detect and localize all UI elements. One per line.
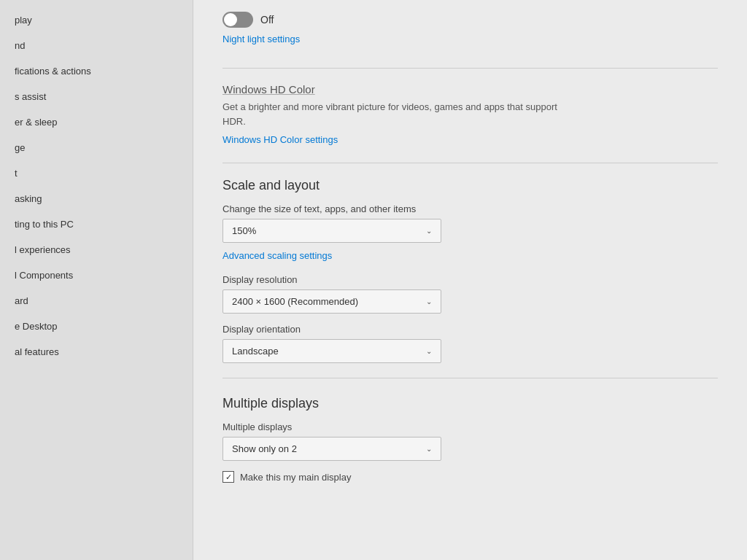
orientation-dropdown[interactable]: Landscape ⌄ <box>222 339 441 363</box>
sidebar-item-shared-experiences[interactable]: l experiences <box>0 237 193 262</box>
multiple-displays-chevron-icon: ⌄ <box>426 445 432 453</box>
sidebar-item-clipboard[interactable]: l Components <box>0 262 193 288</box>
scale-dropdown[interactable]: 150% ⌄ <box>222 219 441 243</box>
main-display-row: Make this my main display <box>222 471 718 483</box>
night-light-settings-link[interactable]: Night light settings <box>222 34 300 44</box>
multiple-displays-value: Show only on 2 <box>232 443 297 454</box>
resolution-label: Display resolution <box>222 274 718 285</box>
divider-3 <box>222 378 718 378</box>
sidebar-item-display[interactable]: play <box>0 7 193 33</box>
scale-layout-section: Scale and layout Change the size of text… <box>222 178 718 363</box>
main-display-checkbox[interactable] <box>222 471 234 483</box>
divider-1 <box>222 68 718 69</box>
sidebar-item-notifications[interactable]: fications & actions <box>0 58 193 84</box>
sidebar-item-projecting[interactable]: ting to this PC <box>0 211 193 237</box>
multiple-displays-heading: Multiple displays <box>222 396 718 411</box>
scale-value: 150% <box>232 225 256 236</box>
advanced-scaling-link[interactable]: Advanced scaling settings <box>222 250 332 261</box>
multiple-displays-dropdown[interactable]: Show only on 2 ⌄ <box>222 437 441 461</box>
sidebar-item-tablet[interactable]: t <box>0 160 193 186</box>
sidebar-item-power-sleep[interactable]: er & sleep <box>0 109 193 135</box>
hd-color-settings-link[interactable]: Windows HD Color settings <box>222 134 338 145</box>
multiple-displays-label: Multiple displays <box>222 421 718 432</box>
main-display-label: Make this my main display <box>240 472 351 483</box>
orientation-chevron-icon: ⌄ <box>426 347 432 355</box>
hd-color-description: Get a brighter and more vibrant picture … <box>222 100 573 128</box>
divider-2 <box>222 163 718 163</box>
main-content: Off Night light settings Windows HD Colo… <box>193 0 747 560</box>
change-size-label: Change the size of text, apps, and other… <box>222 203 718 214</box>
hd-color-section: Windows HD Color Get a brighter and more… <box>222 83 718 148</box>
hd-color-title: Windows HD Color <box>222 83 718 96</box>
resolution-chevron-icon: ⌄ <box>426 298 432 306</box>
scale-layout-heading: Scale and layout <box>222 178 718 193</box>
sidebar: play nd fications & actions s assist er … <box>0 0 193 560</box>
night-light-toggle[interactable] <box>222 12 253 28</box>
sidebar-item-sound[interactable]: nd <box>0 33 193 58</box>
sidebar-item-about[interactable]: al features <box>0 339 193 365</box>
sidebar-item-remote[interactable]: ard <box>0 288 193 314</box>
orientation-value: Landscape <box>232 346 279 357</box>
orientation-label: Display orientation <box>222 324 718 335</box>
sidebar-item-storage[interactable]: ge <box>0 135 193 160</box>
night-light-section: Off Night light settings <box>222 0 718 53</box>
multiple-displays-section: Multiple displays Multiple displays Show… <box>222 396 718 483</box>
sidebar-item-focus-assist[interactable]: s assist <box>0 84 193 109</box>
sidebar-item-remote-desktop[interactable]: e Desktop <box>0 314 193 339</box>
resolution-value: 2400 × 1600 (Recommended) <box>232 296 358 307</box>
sidebar-item-multitasking[interactable]: asking <box>0 186 193 211</box>
scale-chevron-icon: ⌄ <box>426 227 432 235</box>
resolution-dropdown[interactable]: 2400 × 1600 (Recommended) ⌄ <box>222 289 441 314</box>
night-light-status: Off <box>260 14 274 26</box>
